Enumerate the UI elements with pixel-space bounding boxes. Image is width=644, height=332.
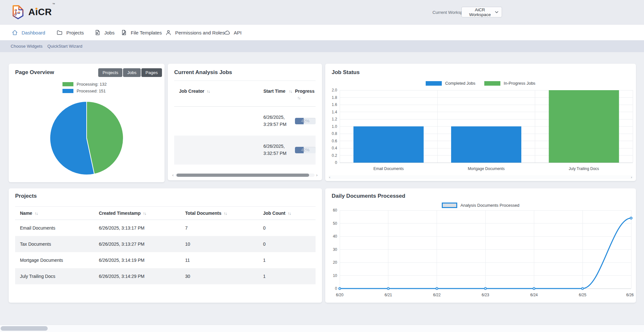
- col-header-created: Created Timestamp↑↓: [99, 211, 185, 216]
- current-jobs-title: Current Analysis Jobs: [174, 69, 316, 76]
- sort-icon[interactable]: ↑↓: [224, 211, 227, 216]
- legend-label: In-Progress Jobs: [504, 81, 535, 86]
- quickstart-wizard-link[interactable]: QuickStart Wizard: [47, 44, 82, 49]
- svg-text:0: 0: [335, 286, 337, 291]
- project-row[interactable]: July Trailing Docs6/26/2025, 3:14:29 PM3…: [15, 268, 316, 284]
- scroll-right-icon[interactable]: ›: [631, 175, 632, 179]
- project-job-count-cell: 1: [263, 258, 316, 263]
- project-name-cell: Email Documents: [15, 225, 99, 231]
- svg-text:Mortgage Documents: Mortgage Documents: [468, 166, 505, 171]
- project-created-cell: 6/26/2025, 3:14:19 PM: [99, 258, 185, 263]
- job-status-card: Job Status Completed Jobs In-Progress Jo…: [325, 64, 636, 181]
- workspace-dropdown[interactable]: AiCR Workspace: [461, 7, 502, 17]
- svg-text:30: 30: [333, 247, 337, 252]
- sort-icon[interactable]: ↑↓: [288, 211, 291, 216]
- legend-item-analysis-documents[interactable]: Analysis Documents Processed: [442, 203, 519, 208]
- analysis-job-row[interactable]: 6/26/2025, 3:29:57 PM42%: [174, 107, 316, 136]
- cloud-icon: [224, 29, 230, 36]
- widget-toolbar: Choose Widgets QuickStart Wizard: [0, 40, 644, 52]
- projects-rows: Email Documents6/26/2025, 3:13:17 PM70Ta…: [15, 220, 316, 284]
- legend-item-processed[interactable]: Processed: 151: [62, 89, 111, 93]
- project-row[interactable]: Email Documents6/26/2025, 3:13:17 PM70: [15, 220, 316, 236]
- project-job-count-cell: 0: [263, 225, 316, 231]
- job-status-title: Job Status: [332, 69, 630, 76]
- project-job-count-cell: 0: [263, 242, 316, 247]
- jobs-horizontal-scrollbar: ‹ ›: [172, 173, 317, 177]
- app-root: AiCR™ Current Workspace AiCR Workspace D…: [0, 0, 644, 332]
- scrollbar-thumb[interactable]: [176, 174, 309, 177]
- sort-icon[interactable]: ↑↓: [143, 211, 146, 216]
- analysis-job-row[interactable]: 6/26/2025, 3:32:57 PM42%: [174, 136, 316, 165]
- scroll-right-icon[interactable]: ›: [316, 173, 317, 177]
- project-row[interactable]: Mortgage Documents6/26/2025, 3:14:19 PM1…: [15, 252, 316, 268]
- nav-item-api[interactable]: API: [224, 25, 242, 40]
- project-created-cell: 6/26/2025, 3:14:29 PM: [99, 274, 185, 279]
- col-header-total-documents: Total Documents↑↓: [185, 211, 263, 216]
- col-header-progress: Progress ↑↓: [295, 88, 316, 101]
- project-total-docs-cell: 7: [185, 225, 263, 231]
- col-header-name: Name↑↓: [15, 211, 99, 216]
- current-jobs-table: Job Creator↑↓ Start Time ↑↓ Progress ↑↓ …: [174, 81, 316, 165]
- pie-legend: Processing: 132 Processed: 151: [9, 82, 165, 93]
- svg-text:6/22: 6/22: [433, 293, 441, 297]
- sort-icon[interactable]: ↑↓: [207, 89, 210, 94]
- svg-text:July Trailing Docs: July Trailing Docs: [569, 166, 599, 171]
- projects-title: Projects: [15, 193, 316, 199]
- legend-item-inprogress-jobs[interactable]: In-Progress Jobs: [484, 81, 535, 86]
- page-overview-tabs: Projects Jobs Pages: [98, 68, 162, 77]
- tab-jobs[interactable]: Jobs: [123, 68, 141, 77]
- project-name-cell: Tax Documents: [15, 242, 99, 247]
- legend-swatch-completed: [426, 81, 442, 86]
- home-icon: [12, 29, 18, 36]
- daily-documents-title: Daily Documents Processed: [332, 193, 630, 199]
- tab-pages[interactable]: Pages: [141, 68, 162, 77]
- chevron-down-icon: [495, 11, 498, 14]
- start-time-cell: 6/26/2025, 3:29:57 PM: [263, 114, 295, 128]
- user-icon: [165, 29, 172, 36]
- brand-logo[interactable]: AiCR™: [11, 5, 55, 20]
- legend-label: Processed: 151: [77, 89, 106, 93]
- project-total-docs-cell: 11: [185, 258, 263, 263]
- nav-item-jobs[interactable]: Jobs: [94, 25, 115, 40]
- svg-text:1.0: 1.0: [332, 124, 337, 129]
- daily-documents-line-chart: 01020304050606/206/216/226/236/246/256/2…: [330, 208, 634, 302]
- project-created-cell: 6/26/2025, 3:13:27 PM: [99, 242, 185, 247]
- project-row[interactable]: Tax Documents6/26/2025, 3:13:27 PM100: [15, 236, 316, 252]
- project-name-cell: July Trailing Docs: [15, 274, 99, 279]
- page-overview-card: Page Overview Projects Jobs Pages Proces…: [9, 64, 165, 182]
- tab-projects[interactable]: Projects: [98, 68, 122, 77]
- sort-icon[interactable]: ↑↓: [297, 96, 300, 100]
- choose-widgets-link[interactable]: Choose Widgets: [11, 44, 43, 49]
- nav-item-projects[interactable]: Projects: [56, 25, 84, 40]
- sort-icon[interactable]: ↑↓: [34, 211, 38, 216]
- col-header-job-count: Job Count↑↓: [263, 211, 316, 216]
- page-scrollbar-thumb[interactable]: [1, 326, 48, 331]
- legend-label: Processing: 132: [77, 82, 107, 87]
- svg-text:0: 0: [335, 160, 337, 165]
- project-total-docs-cell: 10: [185, 242, 263, 247]
- current-jobs-header-row: Job Creator↑↓ Start Time ↑↓ Progress ↑↓: [174, 81, 316, 107]
- scroll-left-icon[interactable]: ‹: [172, 173, 174, 177]
- page-horizontal-scrollbar[interactable]: [0, 325, 644, 332]
- legend-item-processing[interactable]: Processing: 132: [62, 82, 111, 87]
- legend-swatch-inprogress: [484, 81, 500, 86]
- file-pen-icon: [121, 29, 127, 36]
- brand-name: AiCR™: [28, 7, 55, 17]
- svg-text:2.0: 2.0: [332, 88, 337, 92]
- file-arrow-icon: [94, 29, 101, 36]
- scroll-left-icon[interactable]: ‹: [329, 175, 330, 179]
- main-nav: Dashboard Projects Jobs File Templates P…: [0, 25, 644, 41]
- scrollbar-track[interactable]: [175, 174, 315, 177]
- sort-icon[interactable]: ↑↓: [289, 89, 292, 94]
- nav-item-dashboard[interactable]: Dashboard: [12, 25, 45, 40]
- app-header: AiCR™ Current Workspace AiCR Workspace: [0, 0, 644, 25]
- projects-header-row: Name↑↓ Created Timestamp↑↓ Total Documen…: [15, 207, 316, 220]
- trademark: ™: [52, 3, 55, 6]
- nav-label: File Templates: [131, 30, 162, 35]
- legend-item-completed-jobs[interactable]: Completed Jobs: [426, 81, 475, 86]
- nav-item-permissions[interactable]: Permissions and Roles: [165, 25, 224, 40]
- progress-bar-label: 42%: [295, 147, 316, 153]
- nav-item-file-templates[interactable]: File Templates: [121, 25, 162, 40]
- svg-text:0.6: 0.6: [332, 139, 337, 143]
- nav-label: Jobs: [104, 30, 115, 35]
